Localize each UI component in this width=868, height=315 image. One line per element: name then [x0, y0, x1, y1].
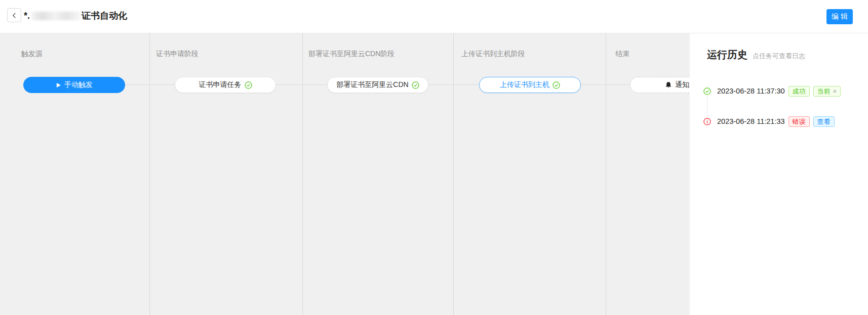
history-timestamp[interactable]: 2023-06-28 11:37:30: [717, 87, 785, 95]
node-deploy-cdn-task[interactable]: 部署证书至阿里云CDN: [327, 77, 428, 93]
status-badge-label: 错误: [793, 116, 806, 127]
status-badge-success: 成功: [788, 86, 810, 97]
node-label: 部署证书至阿里云CDN: [336, 80, 408, 89]
error-circle-icon: [703, 118, 711, 125]
history-timestamp[interactable]: 2023-06-28 11:21:33: [717, 117, 785, 125]
status-badge-label: 成功: [793, 86, 806, 97]
chevron-left-icon: [12, 13, 17, 18]
column-trigger-source: 触发源: [0, 33, 149, 315]
column-label: 结束: [615, 50, 629, 59]
page-title-prefix: *.: [24, 11, 30, 21]
check-circle-icon: [553, 81, 560, 89]
current-badge-label: 当前: [817, 86, 831, 97]
bell-icon: [665, 81, 672, 88]
node-label: 证书申请任务: [199, 80, 242, 89]
column-deploy-cdn: 部署证书至阿里云CDN阶段: [302, 33, 453, 315]
redacted-title-segment: [31, 12, 80, 20]
close-icon[interactable]: ×: [833, 86, 837, 97]
node-label: 上传证书到主机: [500, 80, 549, 89]
timeline-connector: [707, 97, 707, 117]
current-badge[interactable]: 当前 ×: [813, 86, 841, 97]
column-upload-host: 上传证书到主机阶段: [453, 33, 606, 315]
status-badge-error: 错误: [788, 116, 810, 127]
view-log-label: 查看: [817, 116, 831, 127]
play-icon: [56, 82, 61, 88]
history-entry[interactable]: 2023-06-28 11:21:33 错误 查看: [703, 116, 835, 127]
success-circle-icon: [703, 87, 711, 95]
node-cert-apply-task[interactable]: 证书申请任务: [175, 77, 276, 93]
check-circle-icon: [245, 81, 252, 89]
run-history-title: 运行历史: [707, 48, 747, 62]
edit-button[interactable]: 编 辑: [826, 9, 853, 24]
run-history-subtitle: 点任务可查看日志: [753, 52, 805, 61]
column-label: 上传证书到主机阶段: [461, 50, 525, 59]
column-label: 部署证书至阿里云CDN阶段: [308, 50, 394, 59]
column-cert-apply: 证书申请阶段: [149, 33, 302, 315]
page-header: *. 证书自动化 编 辑: [0, 0, 868, 33]
node-label: 手动触发: [64, 80, 93, 89]
column-label: 触发源: [21, 50, 43, 59]
page-title-suffix: 证书自动化: [82, 10, 127, 22]
back-button[interactable]: [7, 8, 21, 22]
node-upload-host-task[interactable]: 上传证书到主机: [479, 77, 581, 93]
run-history-panel: 运行历史 点任务可查看日志 2023-06-28 11:37:30 成功 当前 …: [690, 33, 868, 315]
page-title: *. 证书自动化: [24, 0, 127, 31]
column-label: 证书申请阶段: [156, 50, 199, 59]
node-manual-trigger[interactable]: 手动触发: [23, 77, 125, 93]
history-entry[interactable]: 2023-06-28 11:37:30 成功 当前 ×: [703, 85, 841, 97]
check-circle-icon: [412, 81, 419, 89]
view-log-button[interactable]: 查看: [813, 116, 835, 127]
run-history-header: 运行历史 点任务可查看日志: [707, 48, 805, 62]
